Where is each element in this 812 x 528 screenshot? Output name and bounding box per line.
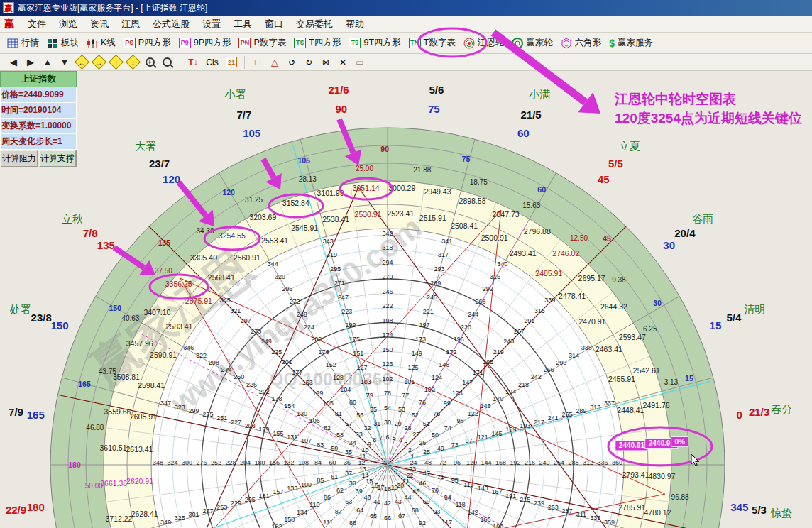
svg-text:2620.91: 2620.91 <box>126 477 153 485</box>
toolbar-9p-square-button[interactable]: P9 9P四方形 <box>176 35 236 50</box>
toolbar-9t-square-button[interactable]: T9 9T四方形 <box>346 35 405 50</box>
svg-text:66: 66 <box>384 515 391 522</box>
menu-help[interactable]: 帮助 <box>339 16 371 32</box>
calendar-button[interactable]: 21 <box>224 55 239 70</box>
svg-text:277: 277 <box>202 507 213 515</box>
toolbar-kline-button[interactable]: K线 <box>84 35 121 50</box>
svg-text:176: 176 <box>318 348 329 356</box>
svg-text:203: 203 <box>245 422 256 429</box>
svg-text:349: 349 <box>160 519 171 526</box>
svg-text:110: 110 <box>309 501 319 508</box>
expand-button[interactable]: ⊠ <box>318 55 334 70</box>
svg-text:227: 227 <box>231 419 241 426</box>
svg-text:348: 348 <box>153 459 163 466</box>
toolbar-t-square-button[interactable]: TS T四方形 <box>291 35 346 50</box>
svg-text:30: 30 <box>653 299 662 307</box>
shrink-button[interactable]: ✕ <box>335 55 351 70</box>
svg-text:119: 119 <box>463 481 473 488</box>
toolbar-p-number-table-button[interactable]: PN P数字表 <box>236 35 291 50</box>
rotate-ccw-button[interactable]: ↺ <box>284 55 300 70</box>
toolbar-t-number-table-button[interactable]: TN T数字表 <box>406 35 461 50</box>
svg-text:7: 7 <box>379 434 383 441</box>
svg-text:56: 56 <box>356 412 363 419</box>
pan-up-button[interactable]: ↑ <box>108 55 124 70</box>
svg-text:180: 180 <box>254 459 265 466</box>
zoom-in-button[interactable]: + <box>142 55 158 70</box>
application-window: { "window": { "title": "赢家江恩专业版[赢家服务平台] … <box>0 0 812 528</box>
toolbar-winner-wheel-button[interactable]: 赢家轮 <box>509 35 558 50</box>
svg-text:2463.41: 2463.41 <box>596 345 622 353</box>
svg-text:297: 297 <box>241 317 251 324</box>
menu-trade-entrust[interactable]: 交易委托 <box>290 16 339 32</box>
menu-window[interactable]: 窗口 <box>258 16 290 32</box>
svg-text:165: 165 <box>27 409 45 421</box>
pan-down-button[interactable]: ↓ <box>125 55 141 70</box>
svg-text:135: 135 <box>158 238 171 247</box>
highlight-ellipse <box>150 275 208 299</box>
nav-down-button[interactable]: ▼ <box>57 55 72 70</box>
svg-text:49: 49 <box>437 445 444 452</box>
svg-text:106: 106 <box>309 417 320 424</box>
gann-wheel-chart[interactable]: 赢家江恩www.yingjia360.comQQ:1008003602770.9… <box>0 0 812 528</box>
svg-text:224: 224 <box>304 324 314 331</box>
t-down-button[interactable]: T↓ <box>185 55 201 70</box>
zoom-out-icon: − <box>163 57 172 67</box>
calc-support-button[interactable]: 计算支撑 <box>38 150 77 167</box>
menu-news[interactable]: 资讯 <box>84 16 115 32</box>
svg-text:171: 171 <box>473 369 483 376</box>
cls-button[interactable]: Cls <box>202 55 222 70</box>
menu-browse[interactable]: 浏览 <box>53 16 84 32</box>
draw-triangle-button[interactable]: △ <box>267 55 282 70</box>
nav-up-button[interactable]: ▲ <box>40 55 55 70</box>
svg-text:290: 290 <box>556 359 566 366</box>
svg-text:37: 37 <box>345 470 352 477</box>
svg-text:4: 4 <box>399 436 402 444</box>
svg-text:40: 40 <box>363 494 371 501</box>
svg-text:2470.91: 2470.91 <box>578 317 605 326</box>
pan-left-button[interactable]: ← <box>74 55 89 70</box>
svg-text:46.88: 46.88 <box>86 424 104 431</box>
nav-left-button[interactable]: ◀ <box>6 55 21 70</box>
menu-settings[interactable]: 设置 <box>196 16 227 32</box>
menu-file[interactable]: 文件 <box>21 16 53 32</box>
svg-text:2440.91: 2440.91 <box>649 439 675 447</box>
svg-text:103: 103 <box>361 378 371 385</box>
svg-text:QQ:100800360: QQ:100800360 <box>270 369 392 389</box>
zoom-out-button[interactable]: − <box>159 55 175 70</box>
svg-text:62: 62 <box>336 487 344 494</box>
menu-formula-stock-pick[interactable]: 公式选股 <box>146 16 196 32</box>
svg-text:311: 311 <box>576 511 586 518</box>
toolbar-separator <box>244 56 245 69</box>
svg-text:2493.41: 2493.41 <box>510 249 537 258</box>
svg-text:40.63: 40.63 <box>121 314 139 322</box>
toolbar-sectors-button[interactable]: 板块 <box>44 35 84 50</box>
svg-text:345: 345 <box>220 297 231 304</box>
svg-text:2508.41: 2508.41 <box>451 221 478 230</box>
svg-text:42: 42 <box>384 500 391 507</box>
svg-text:340: 340 <box>497 260 508 268</box>
toolbar-p-square-button[interactable]: PS P四方形 <box>121 35 176 50</box>
nav-right-button[interactable]: ▶ <box>23 55 38 70</box>
svg-text:166: 166 <box>481 516 491 523</box>
svg-text:50.00: 50.00 <box>85 482 103 490</box>
svg-text:338: 338 <box>581 344 592 351</box>
calc-resistance-button[interactable]: 计算阻力 <box>0 150 38 167</box>
svg-text:153: 153 <box>302 379 313 386</box>
svg-text:3152.84: 3152.84 <box>282 199 309 207</box>
pan-right-button[interactable]: → <box>91 55 106 70</box>
menu-tools[interactable]: 工具 <box>227 16 258 32</box>
svg-text:2448.41: 2448.41 <box>617 406 644 414</box>
toolbar-winner-service-button[interactable]: $ 赢家服务 <box>606 35 658 50</box>
svg-text:239: 239 <box>534 500 544 507</box>
toolbar-gann-wheel-button[interactable]: 江恩轮 <box>461 35 510 50</box>
rotate-cw-button[interactable]: ↻ <box>301 55 317 70</box>
menu-gann[interactable]: 江恩 <box>115 16 146 32</box>
svg-text:立秋: 立秋 <box>62 213 83 225</box>
svg-text:2793.41: 2793.41 <box>622 471 649 479</box>
svg-text:336: 336 <box>597 459 608 466</box>
toolbar-quotes-button[interactable]: 行情 <box>4 35 44 50</box>
draw-square-button[interactable]: □ <box>250 55 265 70</box>
toolbar-hexagon-button[interactable]: 六角形 <box>558 35 607 50</box>
svg-text:289: 289 <box>576 407 586 414</box>
projector-button[interactable]: ▭ <box>352 55 368 70</box>
